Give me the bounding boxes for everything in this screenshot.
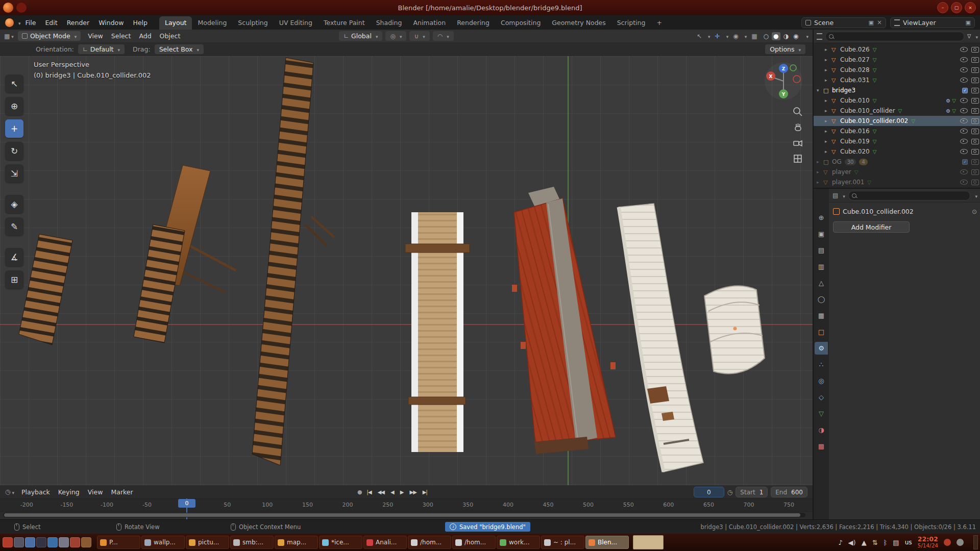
properties-tab[interactable]: ▣ — [815, 228, 828, 240]
timeline-scrollbar[interactable] — [3, 513, 805, 517]
hide-eye-icon[interactable] — [960, 118, 968, 123]
transport-button[interactable]: |◀ — [367, 489, 372, 495]
properties-tab[interactable]: ◇ — [815, 391, 828, 404]
viewport-3d-models[interactable] — [0, 56, 813, 485]
tool-button[interactable]: ⇲ — [5, 164, 23, 183]
playhead-frame-badge[interactable]: 0 — [178, 499, 195, 508]
bridge-model-ladder-small[interactable] — [19, 234, 72, 345]
tool-button[interactable]: ✎ — [5, 217, 23, 236]
tray-icon[interactable]: ◀) — [848, 539, 856, 546]
expand-arrow-icon[interactable] — [817, 88, 823, 93]
proportional-editing-dropdown[interactable]: ◠ — [433, 31, 454, 41]
hide-eye-icon[interactable] — [960, 67, 968, 72]
update-icon[interactable] — [957, 539, 964, 546]
transport-button[interactable]: ◀◀ — [378, 489, 384, 495]
object-name[interactable]: Cube.020 — [840, 148, 870, 155]
launcher-icon[interactable] — [59, 537, 69, 547]
menubar-menu[interactable]: Window — [94, 17, 128, 28]
new-viewlayer-icon[interactable] — [966, 19, 971, 26]
launcher-icon[interactable] — [36, 537, 46, 547]
taskbar-window-button[interactable]: pictu... — [186, 536, 229, 549]
taskbar-window-button[interactable]: work... — [497, 536, 540, 549]
outliner-row[interactable]: Cube.027 ⚙▽ — [814, 55, 980, 65]
bridge-model-white-arc[interactable] — [704, 286, 765, 373]
outliner-row[interactable]: Cube.010_collider.002 ⚙▽ — [814, 116, 980, 126]
properties-tab[interactable]: ⚙ — [815, 342, 828, 355]
properties-editor-type-icon[interactable]: ▤ — [832, 192, 838, 199]
object-name[interactable]: Cube.010 — [840, 97, 870, 104]
tray-icon[interactable]: ⇅ — [872, 539, 878, 546]
hide-eye-icon[interactable] — [960, 47, 968, 52]
bridge-model-red[interactable] — [512, 187, 616, 454]
taskbar-window-button[interactable]: ~ : pl... — [541, 536, 584, 549]
timeline-ruler[interactable]: -200-150-100-500501001502002503003504004… — [0, 499, 813, 512]
object-name[interactable]: OG — [832, 158, 842, 165]
disable-render-camera-icon[interactable] — [971, 180, 979, 185]
clock[interactable]: 22:02 5/14/24 — [918, 536, 938, 549]
notification-icon[interactable] — [944, 539, 951, 546]
xray-toggle-icon[interactable]: ▦ — [751, 33, 757, 40]
timeline-editor-type-icon[interactable]: ◷ — [5, 488, 10, 495]
titlebar[interactable]: Blender [/home/amalie/Desktop/blender/br… — [0, 0, 980, 15]
current-frame-field[interactable]: 0 — [694, 487, 724, 497]
properties-tab[interactable]: ▽ — [815, 407, 828, 420]
transport-button[interactable]: ▶ — [400, 489, 404, 495]
disable-render-camera-icon[interactable] — [971, 118, 979, 124]
pin-icon[interactable] — [972, 208, 977, 215]
timeline-menu[interactable]: Playback — [17, 487, 54, 497]
workspace-tab[interactable]: Layout — [159, 16, 192, 30]
menubar-menu[interactable]: Render — [62, 17, 94, 28]
keyboard-layout-indicator[interactable]: us — [905, 539, 912, 546]
workspace-tab[interactable]: Texture Paint — [318, 16, 371, 30]
menubar-menu[interactable]: Help — [128, 17, 152, 28]
hide-eye-icon[interactable] — [960, 129, 968, 134]
menubar-menu[interactable]: Edit — [40, 17, 62, 28]
new-scene-icon[interactable] — [869, 19, 874, 26]
editor-type-icon[interactable]: ▦ — [4, 33, 10, 40]
expand-arrow-icon[interactable] — [825, 78, 831, 83]
orientation-default-dropdown[interactable]: ∟ Default — [78, 44, 125, 54]
disable-render-camera-icon[interactable] — [971, 169, 979, 175]
outliner-row[interactable]: Cube.019 ⚙▽ — [814, 136, 980, 146]
viewport-menu[interactable]: View — [84, 31, 107, 41]
selectability-dropdown-icon[interactable]: ↖ — [697, 33, 702, 40]
outliner-row[interactable]: Cube.010_collider ⚙▽ — [814, 106, 980, 116]
object-name[interactable]: Cube.027 — [840, 56, 870, 63]
timeline-scrollbar-thumb[interactable] — [4, 513, 800, 517]
expand-arrow-icon[interactable] — [817, 159, 823, 164]
workspace-tab[interactable]: Animation — [407, 16, 451, 30]
disable-render-camera-icon[interactable] — [971, 98, 979, 104]
outliner-search-input[interactable] — [825, 32, 964, 41]
outliner-row[interactable]: Cube.028 ⚙▽ — [814, 65, 980, 75]
object-name[interactable]: Cube.010_collider — [840, 107, 895, 114]
object-name[interactable]: Cube.016 — [840, 128, 870, 135]
collection-checkbox-icon[interactable] — [962, 159, 968, 165]
snapping-dropdown[interactable]: ∪ — [409, 31, 429, 41]
tool-button[interactable]: ∡ — [5, 248, 23, 266]
properties-tab[interactable]: ◑ — [815, 423, 828, 436]
transport-button[interactable]: ▶| — [423, 489, 427, 495]
viewlayer-selector[interactable]: ViewLayer — [890, 17, 975, 28]
object-name[interactable]: player.001 — [832, 179, 864, 186]
object-name[interactable]: Cube.019 — [840, 138, 870, 145]
expand-arrow-icon[interactable] — [825, 108, 831, 113]
menubar-menu[interactable]: File — [21, 17, 41, 28]
outliner-row[interactable]: Cube.010 ⚙▽ — [814, 95, 980, 106]
show-desktop-button[interactable] — [973, 535, 978, 549]
saved-notification[interactable]: Saved "bridge9.blend" — [445, 522, 530, 532]
hide-eye-icon[interactable] — [960, 169, 968, 174]
workspace-tab[interactable]: Modeling — [192, 16, 232, 30]
tool-button[interactable]: ↻ — [5, 142, 23, 160]
outliner-row[interactable]: Cube.026 ⚙▽ — [814, 44, 980, 55]
taskbar-window-button[interactable]: /hom... — [452, 536, 496, 549]
tool-button[interactable]: ↖ — [5, 74, 23, 93]
pan-hand-icon[interactable] — [791, 121, 804, 134]
taskbar-window-button[interactable]: Blen... — [585, 536, 629, 549]
properties-tab[interactable]: ▤ — [815, 244, 828, 257]
tool-button[interactable]: ◈ — [5, 195, 23, 213]
workspace-tab[interactable]: Geometry Nodes — [546, 16, 611, 30]
workspace-tab[interactable]: Rendering — [451, 16, 495, 30]
scene-selector[interactable]: Scene — [801, 17, 886, 28]
taskbar-window-button[interactable]: Anali... — [363, 536, 407, 549]
auto-keying-record-icon[interactable]: ● — [357, 489, 362, 495]
